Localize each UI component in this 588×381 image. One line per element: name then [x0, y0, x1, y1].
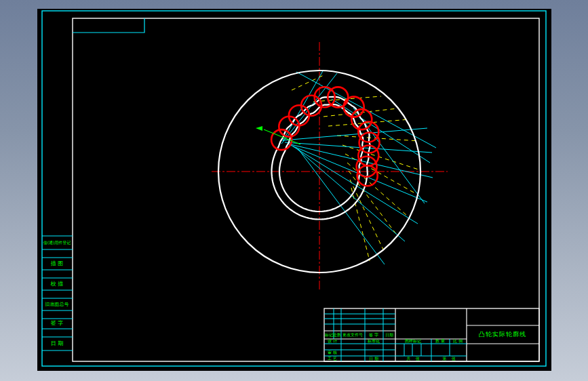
left-panel-label-old-drawing-no: 旧底图总号 — [45, 302, 69, 307]
part-name-title: 凸轮实际轮廓线 — [479, 332, 526, 338]
left-panel-label-borrow: 借(通)用件登记 — [43, 241, 71, 245]
drawing-sheet — [37, 9, 551, 371]
top-left-box — [73, 18, 144, 33]
titleblock-role-date-label: 日 期 — [369, 357, 378, 361]
titleblock-sign-label: 签 字 — [369, 333, 378, 337]
titleblock-mark-label: 标记 — [325, 333, 333, 337]
left-panel-label-tracing: 描 图 — [51, 261, 64, 266]
left-panel-label-date: 日 期 — [51, 341, 64, 346]
titleblock-audit-label: 审 核 — [328, 350, 337, 355]
left-panel-grid — [42, 236, 73, 350]
titleblock-design-label: 设 计 — [328, 339, 337, 343]
titleblock-scale-label: 比 例 — [453, 339, 463, 343]
application-window: 借(通)用件登记 描 图 校 描 旧底图总号 签 字 日 期 标记 处数 更改文… — [0, 0, 588, 381]
titleblock-total-sheets-label: 共 张 — [406, 357, 420, 361]
sheet-outer-frame — [42, 11, 546, 366]
left-panel-label-signature: 签 字 — [51, 321, 64, 326]
drawing-canvas[interactable]: 借(通)用件登记 描 图 校 描 旧底图总号 签 字 日 期 标记 处数 更改文… — [37, 9, 551, 371]
titleblock-standardization-label: 标准化 — [368, 339, 380, 343]
titleblock-docno-label: 更改文件号 — [342, 333, 363, 337]
construction-line-cyan — [293, 146, 418, 224]
titleblock-drawing-mark-label: 图样标记 — [405, 339, 421, 343]
construction-line-cyan — [283, 128, 427, 140]
titleblock-quantity-label: 数 量 — [435, 339, 445, 343]
titleblock-page-number-label: 第 张 — [442, 357, 456, 361]
left-panel-label-check-tracing: 校 描 — [51, 281, 64, 287]
construction-line-cyan — [332, 99, 430, 163]
sheet-inner-frame — [73, 18, 539, 361]
titleblock-process-label: 工 艺 — [328, 357, 337, 361]
titleblock-date-label: 日期 — [385, 333, 393, 337]
construction-line-cyan — [296, 148, 405, 241]
cam-construction-drawing — [212, 42, 448, 289]
titleblock-count-label: 处数 — [333, 333, 341, 337]
construction-line-yellow — [351, 188, 370, 261]
construction-line-yellow — [328, 119, 410, 126]
direction-arrow-head — [256, 126, 262, 131]
